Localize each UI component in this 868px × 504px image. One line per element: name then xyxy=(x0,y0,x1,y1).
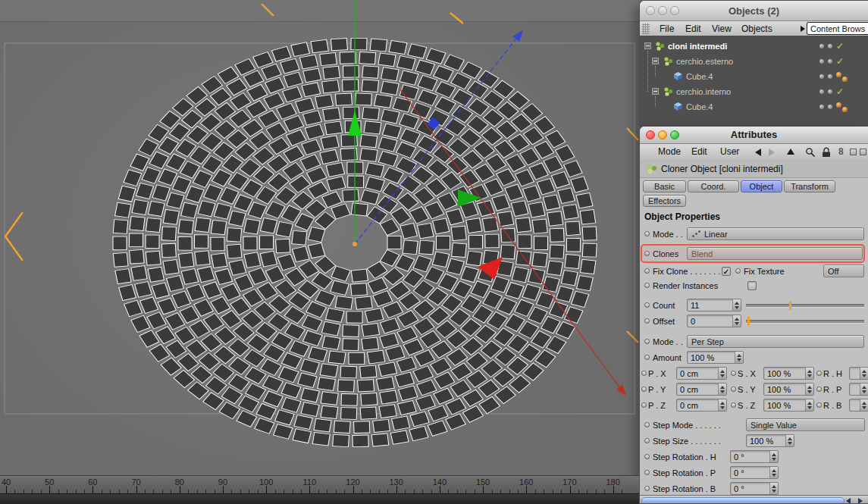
scrollbar-thumb[interactable] xyxy=(641,497,844,504)
fix-clone-checkbox[interactable]: ✓ xyxy=(722,267,731,276)
menu-user[interactable]: User xyxy=(720,146,739,157)
count-stepper[interactable] xyxy=(732,299,741,311)
tag-dot[interactable] xyxy=(842,77,848,82)
anim-dot[interactable] xyxy=(644,486,650,491)
menu-edit[interactable]: Edit xyxy=(685,23,701,34)
r-stepper[interactable] xyxy=(860,368,868,379)
object-origin-dot[interactable] xyxy=(353,242,357,246)
editor-visibility-dot[interactable] xyxy=(819,44,824,49)
render-visibility-dot[interactable] xyxy=(828,89,832,94)
step-rotation-field[interactable]: 0 ° xyxy=(730,482,779,495)
horizontal-scrollbar[interactable] xyxy=(640,495,868,504)
tree-row[interactable]: Cube.4 xyxy=(640,99,868,114)
mode-dropdown[interactable]: Linear xyxy=(687,227,864,240)
anim-dot[interactable] xyxy=(731,387,736,392)
collapse-toggle-icon[interactable] xyxy=(644,42,651,49)
r-field[interactable] xyxy=(849,367,868,380)
anim-dot[interactable] xyxy=(644,231,650,236)
anim-dot[interactable] xyxy=(641,402,647,408)
object-label[interactable]: cerchio.esterno xyxy=(676,57,733,66)
objects-titlebar[interactable]: Objects (2) xyxy=(640,1,868,21)
offset-field[interactable]: 0 xyxy=(687,315,741,327)
search-icon[interactable] xyxy=(805,147,816,158)
step-rotation-stepper[interactable] xyxy=(769,483,778,494)
anim-dot[interactable] xyxy=(816,402,822,408)
scroll-right-icon[interactable] xyxy=(858,498,863,504)
attributes-window[interactable]: Attributes Mode Edit User 8 Cloner Objec… xyxy=(639,126,868,504)
transform-mode-dropdown[interactable]: Per Step xyxy=(687,335,864,348)
r-stepper[interactable] xyxy=(860,399,868,411)
tag-dot[interactable] xyxy=(842,107,848,112)
count-slider-handle[interactable] xyxy=(789,301,791,310)
tree-row[interactable]: Cube.4 xyxy=(640,69,868,84)
anim-dot[interactable] xyxy=(644,355,650,360)
anim-dot[interactable] xyxy=(644,302,650,308)
x-axis-arrowhead[interactable] xyxy=(616,384,626,396)
anim-dot[interactable] xyxy=(644,470,650,475)
expand-panel-icon[interactable] xyxy=(860,149,866,155)
menu-objects[interactable]: Objects xyxy=(741,23,772,34)
s-stepper[interactable] xyxy=(805,368,813,379)
object-label[interactable]: Cube.4 xyxy=(686,72,713,81)
render-instances-checkbox[interactable] xyxy=(747,281,757,290)
editor-visibility-dot[interactable] xyxy=(819,74,824,79)
menu-file[interactable]: File xyxy=(660,23,674,34)
anim-dot[interactable] xyxy=(816,387,822,392)
object-label[interactable]: cerchio.interno xyxy=(676,87,731,96)
p-stepper[interactable] xyxy=(718,368,726,379)
amount-field[interactable]: 100 % xyxy=(687,351,744,364)
anim-dot[interactable] xyxy=(641,371,647,376)
s-field[interactable]: 100 % xyxy=(763,367,814,380)
render-visibility-dot[interactable] xyxy=(828,44,832,49)
step-rotation-stepper[interactable] xyxy=(769,467,778,478)
anim-dot[interactable] xyxy=(644,251,650,256)
z-axis-arrowhead[interactable] xyxy=(512,30,523,42)
anim-dot[interactable] xyxy=(644,422,650,427)
viewport-scroll-strip[interactable] xyxy=(0,493,639,504)
anim-dot[interactable] xyxy=(644,268,650,274)
history-forward-icon[interactable] xyxy=(769,149,775,156)
object-label[interactable]: cloni intermedi xyxy=(668,42,727,51)
anim-dot[interactable] xyxy=(641,387,647,392)
objects-menubar[interactable]: File Edit View Objects Content Brows xyxy=(640,21,868,37)
step-rotation-stepper[interactable] xyxy=(769,451,778,462)
count-field[interactable]: 11 xyxy=(687,299,741,311)
menu-overflow-arrow-icon[interactable] xyxy=(801,26,805,32)
offset-slider[interactable] xyxy=(746,320,864,324)
p-field[interactable]: 0 cm xyxy=(676,399,727,412)
s-field[interactable]: 100 % xyxy=(763,383,814,396)
collapse-toggle-icon[interactable] xyxy=(652,58,659,64)
tab-basic[interactable]: Basic xyxy=(643,180,686,193)
anim-dot[interactable] xyxy=(731,402,736,408)
parent-up-icon[interactable] xyxy=(787,149,794,155)
step-size-stepper[interactable] xyxy=(785,435,794,446)
r-field[interactable] xyxy=(849,383,868,396)
attributes-menubar[interactable]: Mode Edit User 8 xyxy=(640,144,868,161)
offset-slider-handle[interactable] xyxy=(747,317,750,326)
clones-dropdown[interactable]: Blend xyxy=(687,247,863,260)
enabled-check-icon[interactable]: ✓ xyxy=(836,86,844,97)
anim-dot[interactable] xyxy=(731,371,736,376)
anim-dot[interactable] xyxy=(644,318,650,324)
step-size-field[interactable]: 100 % xyxy=(746,434,794,447)
editor-visibility-dot[interactable] xyxy=(819,105,824,109)
attributes-titlebar[interactable]: Attributes xyxy=(640,127,868,144)
editor-visibility-dot[interactable] xyxy=(819,59,824,64)
object-label[interactable]: Cube.4 xyxy=(686,102,713,111)
step-rotation-field[interactable]: 0 ° xyxy=(730,450,779,463)
tree-row[interactable]: cerchio.interno ✓ xyxy=(640,84,868,99)
collapse-toggle-icon[interactable] xyxy=(652,88,659,95)
s-stepper[interactable] xyxy=(805,399,813,411)
history-back-icon[interactable] xyxy=(755,149,761,156)
link-icon[interactable]: 8 xyxy=(838,146,844,157)
tag-dot[interactable] xyxy=(836,102,841,108)
offset-stepper[interactable] xyxy=(732,315,741,327)
viewport[interactable]: 40 50 60 70 80 90 100 110 120 130 140 15… xyxy=(0,0,639,504)
viewport-canvas[interactable] xyxy=(0,0,639,504)
render-visibility-dot[interactable] xyxy=(828,59,832,64)
tab-object[interactable]: Object xyxy=(741,180,782,193)
s-field[interactable]: 100 % xyxy=(763,399,814,412)
new-panel-icon[interactable] xyxy=(850,149,857,155)
anim-dot[interactable] xyxy=(644,454,650,459)
amount-stepper[interactable] xyxy=(735,352,743,363)
